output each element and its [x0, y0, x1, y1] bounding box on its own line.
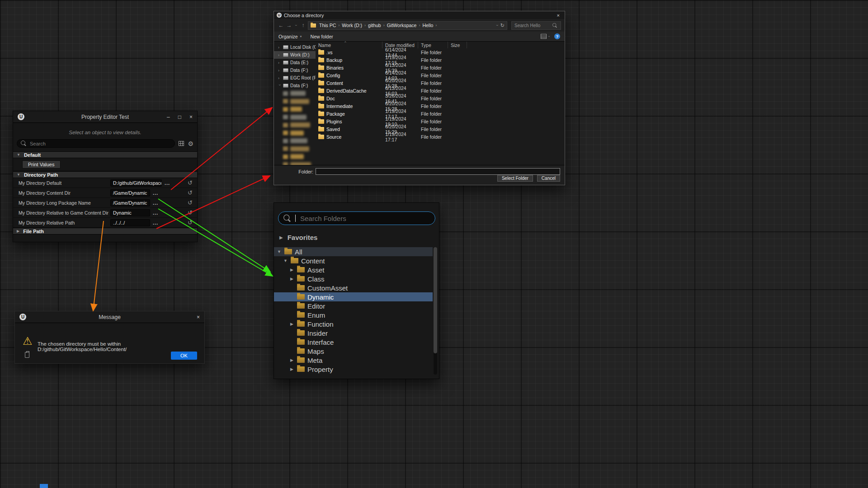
browse-ellipsis-button[interactable]: ...	[165, 180, 170, 186]
property-editor-titlebar[interactable]: Property Editor Test – □ ×	[13, 111, 197, 123]
picker-tree-item[interactable]: ▼Content	[274, 256, 433, 265]
file-row[interactable]: Saved6/20/2024 15:29File folder	[316, 125, 565, 133]
file-row[interactable]: Binaries6/13/2024 15:39File folder	[316, 64, 565, 71]
folder-name-input[interactable]	[316, 168, 560, 175]
picker-tree-item[interactable]: ▶Class	[274, 274, 433, 283]
recent-locations-chevron-icon[interactable]: ›	[294, 23, 298, 28]
section-header-default[interactable]: ▼ Default	[13, 151, 197, 158]
column-header-type[interactable]: Type	[418, 42, 448, 48]
reset-to-default-icon[interactable]: ↺	[188, 219, 193, 226]
close-button[interactable]: ×	[197, 314, 200, 320]
picker-tree-item[interactable]: Insider	[274, 328, 433, 338]
reset-to-default-icon[interactable]: ↺	[188, 179, 193, 186]
file-row[interactable]: Config6/14/2024 14:03File folder	[316, 71, 565, 79]
file-row[interactable]: DerivedDataCache6/13/2024 16:03File fold…	[316, 87, 565, 94]
search-folders-input[interactable]: Search Folders	[278, 211, 435, 225]
drive-tree-item[interactable]: ›Data (E:)	[274, 59, 316, 66]
print-values-button[interactable]: Print Values	[22, 160, 61, 169]
ok-button[interactable]: OK	[171, 352, 197, 360]
new-folder-button[interactable]: New folder	[311, 34, 333, 39]
help-button[interactable]: ?	[554, 33, 560, 39]
picker-tree-item[interactable]: Editor	[274, 301, 433, 310]
drive-tree-item[interactable]: ›Data (F:)	[274, 82, 316, 89]
reset-to-default-icon[interactable]: ↺	[188, 209, 193, 216]
picker-tree-item[interactable]: ▼All	[274, 247, 433, 256]
scrollbar-thumb[interactable]	[434, 247, 437, 353]
breadcrumb-segment[interactable]: Work (D:)	[341, 23, 363, 28]
breadcrumb-segment[interactable]: GitWorkspace	[386, 23, 418, 28]
up-button[interactable]: ↑	[300, 22, 307, 28]
file-row[interactable]: Backup1/19/2024 17:15File folder	[316, 56, 565, 64]
expander-triangle-icon[interactable]: ▼	[277, 249, 282, 254]
picker-tree-item[interactable]: ▶Function	[274, 319, 433, 328]
file-row[interactable]: Content6/20/2024 15:28File folder	[316, 79, 565, 87]
column-header-size[interactable]: Size	[448, 42, 467, 48]
picker-tree-item[interactable]: Dynamic	[274, 292, 433, 301]
expander-chevron-icon[interactable]: ›	[278, 84, 282, 87]
expander-chevron-icon[interactable]: ›	[278, 53, 281, 57]
expander-chevron-icon[interactable]: ›	[278, 76, 281, 80]
file-row[interactable]: Package1/19/2024 17:17File folder	[316, 110, 565, 117]
property-value-field[interactable]: /Game/Dynamic	[110, 199, 150, 206]
expander-chevron-icon[interactable]: ›	[278, 61, 281, 65]
cancel-button[interactable]: Cancel	[537, 175, 560, 182]
address-bar[interactable]: This PC›Work (D:)›github›GitWorkspace›He…	[308, 21, 507, 30]
copy-to-clipboard-icon[interactable]	[25, 352, 29, 358]
file-row[interactable]: Source1/19/2024 17:17File folder	[316, 133, 565, 141]
section-expander-icon[interactable]: ▼	[17, 153, 20, 157]
expander-chevron-icon[interactable]: ›	[278, 68, 281, 73]
browse-ellipsis-button[interactable]: ...	[153, 190, 158, 196]
section-expander-icon[interactable]: ▶	[17, 229, 19, 233]
select-folder-button[interactable]: Select Folder	[497, 175, 533, 182]
close-button[interactable]: ×	[189, 114, 193, 120]
section-expander-icon[interactable]: ▼	[17, 173, 20, 177]
drive-tree-item[interactable]: ›Data (F:)	[274, 66, 316, 74]
property-value-field[interactable]: ../../../	[110, 219, 150, 226]
search-input[interactable]: Search	[17, 139, 175, 148]
reset-to-default-icon[interactable]: ↺	[188, 189, 193, 196]
expander-triangle-icon[interactable]: ▼	[283, 258, 288, 263]
picker-tree-item[interactable]: ▶Property	[274, 365, 433, 374]
property-value-field[interactable]: Dynamic	[110, 209, 150, 216]
picker-tree-item[interactable]: ▶Asset	[274, 265, 433, 274]
display-filter-icon[interactable]	[179, 141, 184, 146]
expander-chevron-icon[interactable]: ›	[278, 45, 281, 50]
maximize-button[interactable]: □	[178, 114, 181, 120]
organize-button[interactable]: Organize ▼	[278, 34, 302, 39]
expander-triangle-icon[interactable]: ▶	[289, 277, 294, 281]
picker-tree-item[interactable]: CustomAsset	[274, 283, 433, 292]
browse-ellipsis-button[interactable]: ...	[153, 210, 158, 216]
picker-tree-item[interactable]: Maps	[274, 347, 433, 356]
breadcrumb-segment[interactable]: This PC	[318, 23, 337, 28]
file-row[interactable]: .vs6/14/2024 13:44File folder	[316, 48, 565, 56]
browse-ellipsis-button[interactable]: ...	[153, 220, 158, 225]
column-header-name[interactable]: Name ^	[316, 42, 382, 48]
close-button[interactable]: ×	[555, 13, 562, 18]
reset-to-default-icon[interactable]: ↺	[188, 199, 193, 206]
file-row[interactable]: Plugins1/19/2024 19:10File folder	[316, 117, 565, 125]
dialog-search-input[interactable]: Search Hello	[511, 21, 561, 30]
message-titlebar[interactable]: Message ×	[15, 311, 204, 323]
breadcrumb-segment[interactable]: github	[367, 23, 382, 28]
browse-ellipsis-button[interactable]: ...	[153, 200, 158, 206]
section-header-directory-path[interactable]: ▼ Directory Path	[13, 171, 197, 178]
address-dropdown-icon[interactable]: ›	[495, 25, 499, 26]
gear-icon[interactable]: ⚙	[188, 141, 193, 147]
forward-button[interactable]: →	[286, 22, 292, 28]
minimize-button[interactable]: –	[167, 114, 170, 120]
picker-tree-item[interactable]: ▶Meta	[274, 356, 433, 365]
breadcrumb-segment[interactable]: Hello	[421, 23, 434, 28]
refresh-icon[interactable]: ↻	[500, 23, 505, 28]
expander-triangle-icon[interactable]: ▶	[289, 322, 294, 326]
scrollbar[interactable]	[434, 247, 437, 375]
expander-triangle-icon[interactable]: ▶	[289, 267, 294, 272]
picker-tree-item[interactable]: Enum	[274, 310, 433, 319]
view-selector-button[interactable]: ›	[541, 34, 550, 39]
file-row[interactable]: Doc3/26/2024 16:41File folder	[316, 94, 565, 102]
property-value-field[interactable]: D:/github/GitWorkspace	[110, 179, 162, 187]
property-value-field[interactable]: /Game/Dynamic	[110, 189, 150, 197]
dialog-titlebar[interactable]: Choose a directory ×	[274, 11, 565, 19]
back-button[interactable]: ←	[278, 22, 284, 28]
file-row[interactable]: Intermediate6/20/2024 15:28File folder	[316, 102, 565, 110]
drive-tree-item[interactable]: ›Work (D:)	[274, 51, 316, 59]
